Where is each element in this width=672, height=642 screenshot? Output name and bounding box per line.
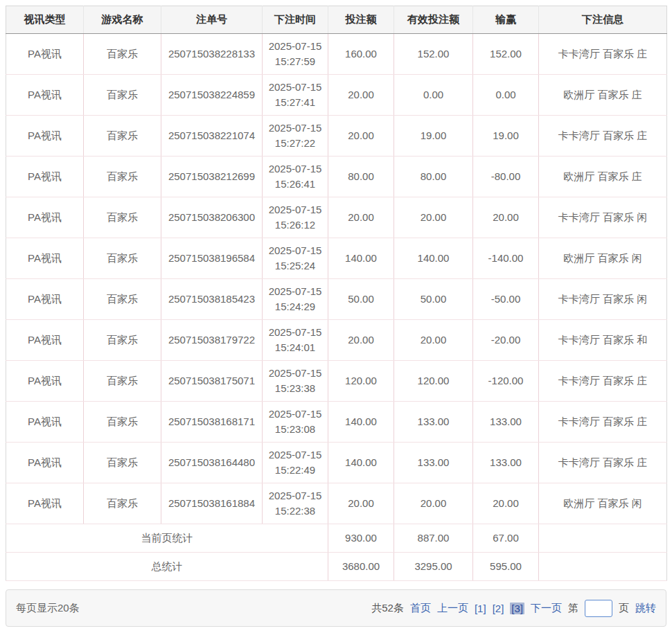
cell-winloss: 133.00 — [473, 402, 539, 443]
cell-bet: 120.00 — [328, 361, 394, 402]
cell-order: 250715038168171 — [161, 402, 263, 443]
cell-valid: 19.00 — [394, 116, 473, 157]
table-row: PA视讯百家乐2507150382126992025-07-15 15:26:4… — [6, 157, 667, 197]
cell-type: PA视讯 — [6, 197, 84, 238]
per-page-label: 每页显示20条 — [16, 602, 80, 615]
cell-time: 2025-07-15 15:25:24 — [263, 238, 328, 279]
jump-page-input[interactable] — [585, 600, 612, 617]
cell-type: PA视讯 — [6, 483, 84, 524]
cell-time: 2025-07-15 15:26:41 — [263, 157, 328, 197]
table-row: PA视讯百家乐2507150382063002025-07-15 15:26:1… — [6, 197, 667, 238]
table-row: PA视讯百家乐2507150381644802025-07-15 15:22:4… — [6, 443, 667, 483]
cell-info: 卡卡湾厅 百家乐 庄 — [539, 34, 667, 75]
total-summary-valid: 3295.00 — [394, 553, 473, 581]
cell-valid: 80.00 — [394, 157, 473, 197]
page-link[interactable]: [2] — [493, 603, 504, 614]
page-summary-row: 当前页统计 930.00 887.00 67.00 — [6, 524, 667, 553]
cell-time: 2025-07-15 15:27:59 — [263, 34, 328, 75]
total-count-label: 共52条 — [371, 602, 404, 615]
cell-info: 卡卡湾厅 百家乐 庄 — [539, 443, 667, 483]
jump-button[interactable]: 跳转 — [635, 602, 656, 615]
cell-type: PA视讯 — [6, 279, 84, 320]
pagination: 共52条 首页 上一页 [1][2][3] 下一页 第 页 跳转 — [371, 600, 656, 617]
cell-info: 卡卡湾厅 百家乐 闲 — [539, 197, 667, 238]
cell-info: 欧洲厅 百家乐 庄 — [539, 75, 667, 116]
cell-time: 2025-07-15 15:26:12 — [263, 197, 328, 238]
column-header: 下注信息 — [539, 6, 667, 34]
cell-game: 百家乐 — [84, 34, 161, 75]
cell-time: 2025-07-15 15:27:41 — [263, 75, 328, 116]
table-row: PA视讯百家乐2507150382210742025-07-15 15:27:2… — [6, 116, 667, 157]
cell-bet: 140.00 — [328, 238, 394, 279]
prev-page-link[interactable]: 上一页 — [437, 602, 468, 615]
column-header: 注单号 — [161, 6, 263, 34]
cell-order: 250715038228133 — [161, 34, 263, 75]
cell-type: PA视讯 — [6, 402, 84, 443]
column-header: 输赢 — [473, 6, 539, 34]
cell-time: 2025-07-15 15:27:22 — [263, 116, 328, 157]
page-summary-info — [539, 524, 667, 553]
cell-bet: 20.00 — [328, 75, 394, 116]
cell-type: PA视讯 — [6, 34, 84, 75]
table-body: PA视讯百家乐2507150382281332025-07-15 15:27:5… — [6, 34, 667, 581]
first-page-link[interactable]: 首页 — [410, 602, 431, 615]
cell-order: 250715038179722 — [161, 320, 263, 361]
cell-type: PA视讯 — [6, 443, 84, 483]
cell-game: 百家乐 — [84, 320, 161, 361]
page-container: 视讯类型游戏名称注单号下注时间投注额有效投注额输赢下注信息 PA视讯百家乐250… — [0, 0, 672, 632]
cell-winloss: 20.00 — [473, 483, 539, 524]
table-row: PA视讯百家乐2507150381618842025-07-15 15:22:3… — [6, 483, 667, 524]
page-summary-valid: 887.00 — [394, 524, 473, 553]
cell-type: PA视讯 — [6, 238, 84, 279]
cell-bet: 20.00 — [328, 116, 394, 157]
total-summary-bet: 3680.00 — [328, 553, 394, 581]
cell-bet: 160.00 — [328, 34, 394, 75]
cell-order: 250715038175071 — [161, 361, 263, 402]
cell-winloss: 0.00 — [473, 75, 539, 116]
cell-valid: 20.00 — [394, 483, 473, 524]
column-header: 视讯类型 — [6, 6, 84, 34]
cell-valid: 0.00 — [394, 75, 473, 116]
cell-winloss: 19.00 — [473, 116, 539, 157]
cell-type: PA视讯 — [6, 75, 84, 116]
cell-bet: 140.00 — [328, 443, 394, 483]
table-row: PA视讯百家乐2507150382281332025-07-15 15:27:5… — [6, 34, 667, 75]
cell-time: 2025-07-15 15:24:01 — [263, 320, 328, 361]
cell-order: 250715038212699 — [161, 157, 263, 197]
cell-order: 250715038164480 — [161, 443, 263, 483]
next-page-link[interactable]: 下一页 — [531, 602, 562, 615]
cell-bet: 50.00 — [328, 279, 394, 320]
cell-game: 百家乐 — [84, 443, 161, 483]
table-header-row: 视讯类型游戏名称注单号下注时间投注额有效投注额输赢下注信息 — [6, 6, 667, 34]
cell-bet: 80.00 — [328, 157, 394, 197]
table-row: PA视讯百家乐2507150381965842025-07-15 15:25:2… — [6, 238, 667, 279]
cell-winloss: 20.00 — [473, 197, 539, 238]
cell-game: 百家乐 — [84, 75, 161, 116]
cell-valid: 152.00 — [394, 34, 473, 75]
table-row: PA视讯百家乐2507150382248592025-07-15 15:27:4… — [6, 75, 667, 116]
page-summary-winloss: 67.00 — [473, 524, 539, 553]
table-row: PA视讯百家乐2507150381854232025-07-15 15:24:2… — [6, 279, 667, 320]
table-header: 视讯类型游戏名称注单号下注时间投注额有效投注额输赢下注信息 — [6, 6, 667, 34]
total-summary-row: 总统计 3680.00 3295.00 595.00 — [6, 553, 667, 581]
cell-game: 百家乐 — [84, 361, 161, 402]
cell-game: 百家乐 — [84, 402, 161, 443]
cell-info: 卡卡湾厅 百家乐 庄 — [539, 402, 667, 443]
jump-prefix-label: 第 — [568, 602, 578, 615]
column-header: 有效投注额 — [394, 6, 473, 34]
cell-game: 百家乐 — [84, 279, 161, 320]
cell-game: 百家乐 — [84, 483, 161, 524]
cell-bet: 20.00 — [328, 483, 394, 524]
page-link[interactable]: [1] — [475, 603, 486, 614]
cell-game: 百家乐 — [84, 238, 161, 279]
cell-type: PA视讯 — [6, 116, 84, 157]
bet-records-table: 视讯类型游戏名称注单号下注时间投注额有效投注额输赢下注信息 PA视讯百家乐250… — [6, 6, 667, 581]
cell-bet: 20.00 — [328, 197, 394, 238]
cell-info: 欧洲厅 百家乐 庄 — [539, 157, 667, 197]
page-link-current[interactable]: [3] — [510, 603, 524, 614]
column-header: 游戏名称 — [84, 6, 161, 34]
cell-type: PA视讯 — [6, 320, 84, 361]
cell-valid: 120.00 — [394, 361, 473, 402]
cell-winloss: -140.00 — [473, 238, 539, 279]
page-number-links: [1][2][3] — [475, 603, 524, 614]
